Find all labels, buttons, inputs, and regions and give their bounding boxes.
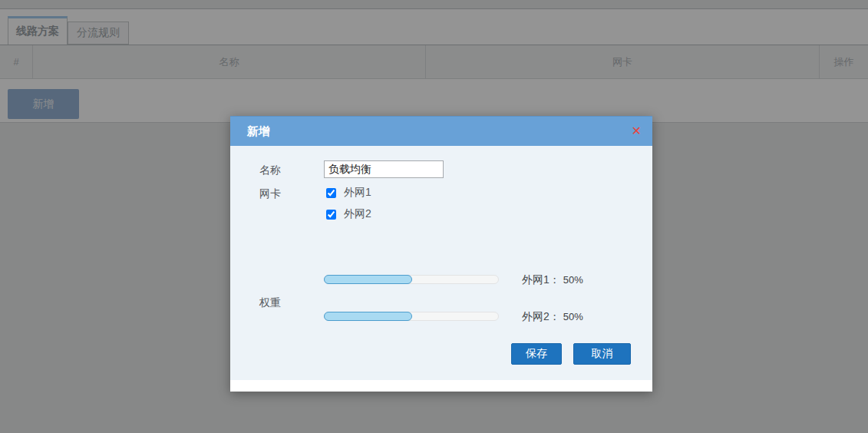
wan2-slider-track[interactable] xyxy=(324,312,499,321)
cancel-button[interactable]: 取消 xyxy=(573,343,631,365)
nic-option-wan2: 外网2 xyxy=(326,207,371,221)
dialog-footer xyxy=(230,380,652,392)
name-field-label: 名称 xyxy=(259,164,281,177)
dialog-body: 名称 网卡 外网1 外网2 权重 外网1：50% 外网2：50% 保存 取消 xyxy=(230,146,652,380)
wan2-weight-percent: 50% xyxy=(563,311,583,322)
wan1-weight-label: 外网1： xyxy=(522,273,560,286)
wan1-checkbox-label: 外网1 xyxy=(344,186,371,200)
wan1-checkbox[interactable] xyxy=(326,188,336,198)
save-button[interactable]: 保存 xyxy=(511,343,562,365)
weight-field-label: 权重 xyxy=(259,296,281,310)
wan2-checkbox[interactable] xyxy=(326,210,336,220)
name-input[interactable] xyxy=(324,160,444,178)
nic-option-wan1: 外网1 xyxy=(326,186,371,200)
wan2-weight-label: 外网2： xyxy=(522,310,560,322)
wan2-weight-caption: 外网2：50% xyxy=(522,310,675,324)
close-icon[interactable]: ✕ xyxy=(632,125,642,137)
wan2-checkbox-label: 外网2 xyxy=(344,207,371,221)
wan1-weight-percent: 50% xyxy=(563,274,583,286)
add-dialog: 新增 ✕ 名称 网卡 外网1 外网2 权重 外网1：50% 外网2：50% xyxy=(230,116,652,392)
wan1-slider-fill[interactable] xyxy=(324,275,412,284)
wan1-weight-caption: 外网1：50% xyxy=(522,273,675,287)
dialog-title: 新增 xyxy=(247,124,270,139)
nic-field-label: 网卡 xyxy=(259,187,281,201)
wan1-slider-track[interactable] xyxy=(324,275,499,284)
dialog-actions: 保存 取消 xyxy=(511,343,631,365)
dialog-header: 新增 ✕ xyxy=(230,116,652,146)
wan2-slider-fill[interactable] xyxy=(324,312,412,321)
